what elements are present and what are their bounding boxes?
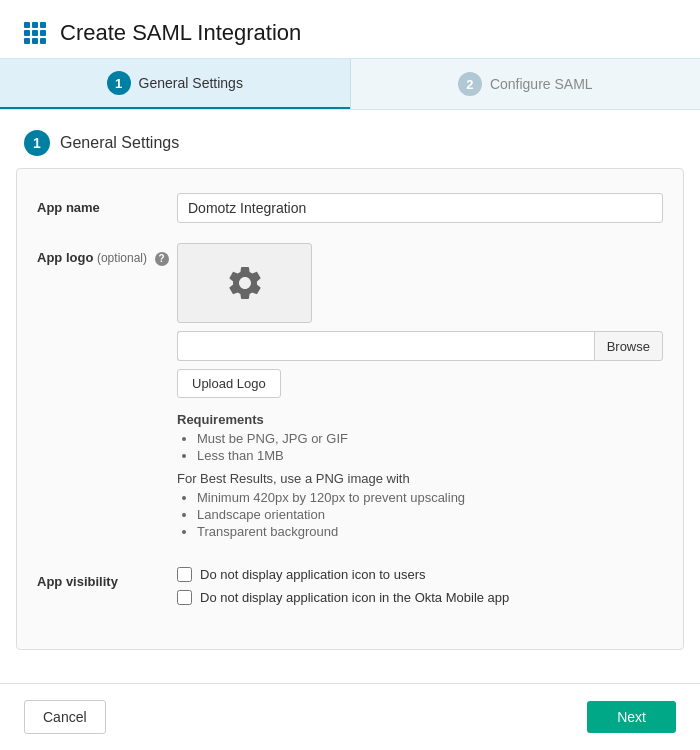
step-1[interactable]: 1 General Settings <box>0 59 350 109</box>
app-logo-label: App logo (optional) ? <box>37 243 177 266</box>
app-visibility-label: App visibility <box>37 567 177 589</box>
visibility-label-1[interactable]: Do not display application icon to users <box>200 567 425 582</box>
app-logo-control: Browse Upload Logo Requirements Must be … <box>177 243 663 547</box>
requirements-title: Requirements <box>177 412 663 427</box>
app-logo-optional: (optional) <box>97 251 147 265</box>
requirements-section: Requirements Must be PNG, JPG or GIF Les… <box>177 412 663 539</box>
step-2[interactable]: 2 Configure SAML <box>351 59 701 109</box>
app-name-row: App name <box>37 193 663 223</box>
app-visibility-row: App visibility Do not display applicatio… <box>37 567 663 605</box>
req-item-2: Less than 1MB <box>197 448 663 463</box>
step-2-label: Configure SAML <box>490 76 593 92</box>
visibility-checkbox-1[interactable] <box>177 567 192 582</box>
req-item-1: Must be PNG, JPG or GIF <box>197 431 663 446</box>
grid-icon <box>24 22 46 44</box>
best-item-3: Transparent background <box>197 524 663 539</box>
visibility-label-2[interactable]: Do not display application icon in the O… <box>200 590 509 605</box>
best-item-2: Landscape orientation <box>197 507 663 522</box>
form-card: App name App logo (optional) ? <box>16 168 684 650</box>
file-input-field[interactable] <box>177 331 594 361</box>
best-item-1: Minimum 420px by 120px to prevent upscal… <box>197 490 663 505</box>
section-header: 1 General Settings <box>0 130 700 168</box>
visibility-option-2-row: Do not display application icon in the O… <box>177 590 663 605</box>
logo-preview-box <box>177 243 312 323</box>
upload-logo-button[interactable]: Upload Logo <box>177 369 281 398</box>
best-results-list: Minimum 420px by 120px to prevent upscal… <box>177 490 663 539</box>
section-badge: 1 <box>24 130 50 156</box>
file-input-row: Browse <box>177 331 663 361</box>
browse-button[interactable]: Browse <box>594 331 663 361</box>
page-header: Create SAML Integration <box>0 0 700 58</box>
app-logo-row: App logo (optional) ? Browse Upload Logo <box>37 243 663 547</box>
gear-icon <box>225 263 265 303</box>
step-2-number: 2 <box>458 72 482 96</box>
cancel-button[interactable]: Cancel <box>24 700 106 734</box>
best-results-title: For Best Results, use a PNG image with <box>177 471 663 486</box>
app-name-label: App name <box>37 193 177 215</box>
app-name-input[interactable] <box>177 193 663 223</box>
visibility-checkbox-2[interactable] <box>177 590 192 605</box>
help-icon[interactable]: ? <box>155 252 169 266</box>
page-footer: Cancel Next <box>0 683 700 750</box>
step-1-label: General Settings <box>139 75 243 91</box>
app-name-control <box>177 193 663 223</box>
visibility-option-1-row: Do not display application icon to users <box>177 567 663 582</box>
next-button[interactable]: Next <box>587 701 676 733</box>
step-1-number: 1 <box>107 71 131 95</box>
section-title: General Settings <box>60 134 179 152</box>
stepper: 1 General Settings 2 Configure SAML <box>0 58 700 110</box>
page-title: Create SAML Integration <box>60 20 301 46</box>
requirements-list: Must be PNG, JPG or GIF Less than 1MB <box>177 431 663 463</box>
visibility-control: Do not display application icon to users… <box>177 567 663 605</box>
